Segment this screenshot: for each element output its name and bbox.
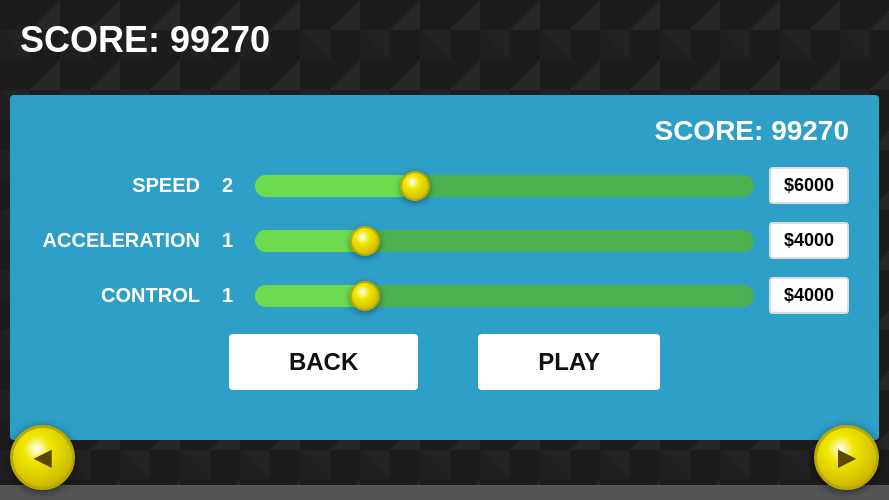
top-bar: SCORE: 99270 (0, 0, 889, 80)
speed-slider-track[interactable] (255, 175, 754, 197)
speed-slider-thumb[interactable] (400, 171, 430, 201)
acceleration-level: 1 (210, 229, 245, 252)
panel-score-label: SCORE: 99270 (40, 115, 849, 147)
control-level: 1 (210, 284, 245, 307)
speed-level: 2 (210, 174, 245, 197)
left-arrow-icon: ◀ (34, 445, 51, 471)
upgrade-panel: SCORE: 99270 SPEED 2 $6000 ACCELERATION … (10, 95, 879, 440)
bottom-bar (0, 485, 889, 500)
speed-price[interactable]: $6000 (769, 167, 849, 204)
control-label: CONTROL (40, 284, 200, 307)
speed-label: SPEED (40, 174, 200, 197)
control-slider-thumb[interactable] (350, 281, 380, 311)
top-score-label: SCORE: 99270 (20, 19, 270, 61)
button-row: BACK PLAY (40, 334, 849, 390)
acceleration-slider-fill (255, 230, 365, 252)
left-coin[interactable]: ◀ (10, 425, 75, 490)
acceleration-slider-thumb[interactable] (350, 226, 380, 256)
control-slider-row: CONTROL 1 $4000 (40, 277, 849, 314)
control-price[interactable]: $4000 (769, 277, 849, 314)
back-button[interactable]: BACK (229, 334, 418, 390)
right-arrow-icon: ▶ (838, 445, 855, 471)
acceleration-label: ACCELERATION (40, 229, 200, 252)
play-button[interactable]: PLAY (478, 334, 660, 390)
control-slider-track[interactable] (255, 285, 754, 307)
acceleration-slider-track[interactable] (255, 230, 754, 252)
control-slider-fill (255, 285, 365, 307)
acceleration-price[interactable]: $4000 (769, 222, 849, 259)
acceleration-slider-row: ACCELERATION 1 $4000 (40, 222, 849, 259)
right-coin[interactable]: ▶ (814, 425, 879, 490)
speed-slider-row: SPEED 2 $6000 (40, 167, 849, 204)
speed-slider-fill (255, 175, 415, 197)
